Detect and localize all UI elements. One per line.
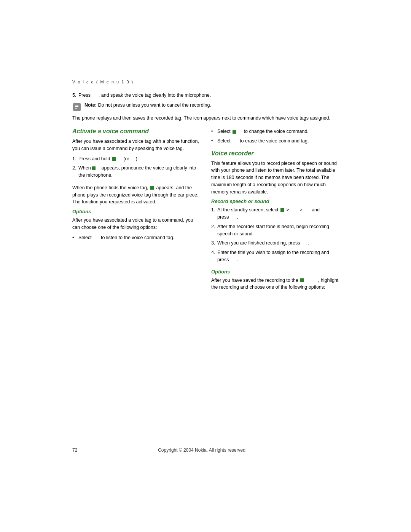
copyright-text: Copyright © 2004 Nokia. All rights reser… xyxy=(77,447,327,453)
green-square-r2 xyxy=(280,208,284,212)
record-step4: 4. Enter the title you wish to assign to… xyxy=(211,249,339,264)
record-step1: 1. At the standby screen, select > > and… xyxy=(211,206,339,221)
top-section: 5. Press , and speak the voice tag clear… xyxy=(72,92,339,122)
two-column-layout: Activate a voice command After you have … xyxy=(72,128,339,294)
svg-rect-1 xyxy=(75,105,78,105)
svg-rect-2 xyxy=(75,106,78,107)
step5-text: Press , and speak the voice tag clearly … xyxy=(78,92,211,99)
page-header: V o i c e ( M e n u 1 0 ) xyxy=(72,80,339,84)
page: V o i c e ( M e n u 1 0 ) 5. Press , and… xyxy=(57,57,354,476)
activate-step2: 2. When appears, pronounce the voice tag… xyxy=(72,165,200,179)
select-bullets-right: Select to change the voice command. Sele… xyxy=(211,128,339,147)
green-square-2 xyxy=(92,166,96,170)
green-square-r3 xyxy=(300,278,304,282)
activate-voice-command-para: After you have associated a voice tag wi… xyxy=(72,138,200,152)
green-square-r1 xyxy=(233,130,236,134)
step5-num: 5. xyxy=(72,92,78,99)
green-square-3 xyxy=(150,186,154,190)
options-bullets-left: Select to listen to the voice command ta… xyxy=(72,234,200,244)
options-title-left: Options xyxy=(72,209,200,214)
options-bullet1-left: Select to listen to the voice command ta… xyxy=(72,234,200,241)
left-column: Activate a voice command After you have … xyxy=(72,128,200,294)
phone-finds-voice-tag-para: When the phone finds the voice tag, appe… xyxy=(72,184,200,206)
page-footer: 72 Copyright © 2004 Nokia. All rights re… xyxy=(72,447,339,453)
top-para: The phone replays and then saves the rec… xyxy=(72,115,339,122)
record-step3: 3. When you are finished recording, pres… xyxy=(211,240,339,247)
activate-step1: 1. Press and hold (or ). xyxy=(72,155,200,163)
note-icon xyxy=(72,102,81,112)
options-title-right: Options xyxy=(211,269,339,275)
select-bullet2-right: Select to erase the voice command tag. xyxy=(211,137,339,145)
green-square-1 xyxy=(112,157,116,161)
activate-voice-command-title: Activate a voice command xyxy=(72,128,200,135)
note-box: Note: Do not press unless you want to ca… xyxy=(72,102,339,112)
record-steps: 1. At the standby screen, select > > and… xyxy=(211,206,339,265)
options-para-right: After you have saved the recording to th… xyxy=(211,277,339,291)
record-step2: 2. After the recorder start tone is hear… xyxy=(211,223,339,238)
page-number: 72 xyxy=(72,447,77,453)
right-column: Select to change the voice command. Sele… xyxy=(211,128,339,294)
options-para-left: After you have associated a voice tag to… xyxy=(72,217,200,231)
note-label: Note: xyxy=(84,102,97,108)
activate-steps: 1. Press and hold (or ). 2. When appears… xyxy=(72,155,200,181)
svg-rect-3 xyxy=(75,108,77,109)
voice-recorder-para: This feature allows you to record pieces… xyxy=(211,160,339,196)
note-content: Do not press unless you want to cancel t… xyxy=(98,102,211,108)
record-speech-title: Record speech or sound xyxy=(211,198,339,204)
voice-recorder-title: Voice recorder xyxy=(211,150,339,157)
select-bullet1-right: Select to change the voice command. xyxy=(211,128,339,135)
note-text: Note: Do not press unless you want to ca… xyxy=(84,102,211,109)
